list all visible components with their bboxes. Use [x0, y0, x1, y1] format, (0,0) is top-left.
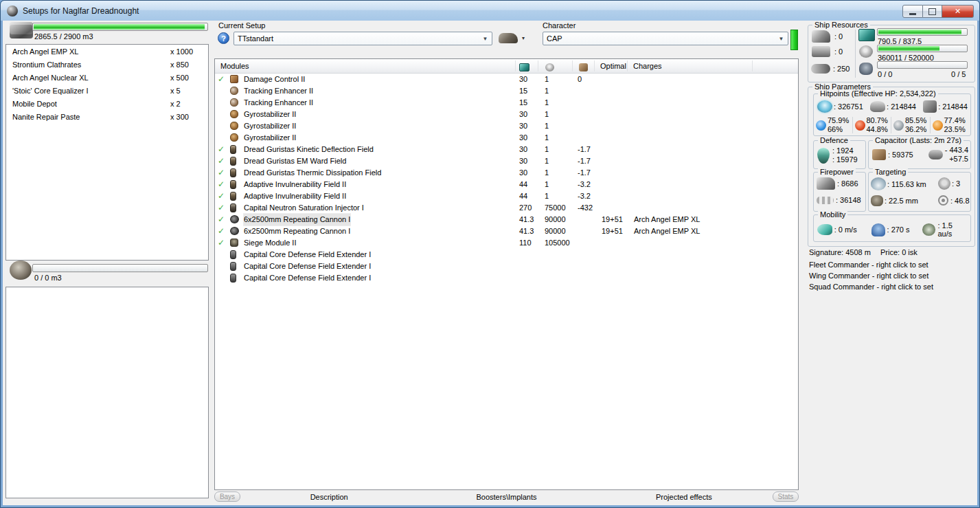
hull-hp-icon	[923, 100, 937, 113]
armor-resist-value: 36.2%	[905, 125, 926, 134]
shield-hp-value: : 326751	[834, 102, 863, 111]
targeting-title: Targeting	[873, 168, 908, 177]
module-row[interactable]: Gyrostabilizer II301	[215, 109, 798, 120]
firepower-group: Firepower : 8686 : 36148	[813, 172, 866, 212]
list-item[interactable]: Arch Angel Nuclear XLx 500	[6, 71, 208, 84]
setup-select[interactable]: TTstandart	[233, 32, 492, 45]
em-resist-icon	[816, 120, 826, 131]
powergrid-value: 90000	[545, 214, 566, 225]
cannon-icon	[230, 215, 239, 223]
character-select[interactable]: CAP	[543, 32, 788, 45]
current-setup-label: Current Setup	[218, 21, 265, 30]
shield-resist-value: 85.5%	[905, 116, 926, 125]
defence-title: Defence	[818, 136, 850, 145]
module-row[interactable]: ✓Dread Guristas Thermic Dissipation Fiel…	[215, 167, 798, 179]
cpu-value: 30	[519, 167, 527, 179]
bays-button[interactable]: Bays	[214, 492, 240, 502]
module-row[interactable]: ✓Damage Control II3010	[215, 74, 798, 85]
tab-projected-effects[interactable]: Projected effects	[595, 493, 773, 501]
cpu-value: 30	[519, 132, 527, 144]
tab-boosters-implants[interactable]: Boosters\Implants	[418, 493, 595, 501]
kinetic-resist-icon	[893, 120, 904, 131]
minimize-button[interactable]	[902, 5, 923, 18]
shield-resist-value: 75.9%	[828, 116, 849, 125]
module-row[interactable]: ✓Capital Neutron Saturation Injector I27…	[215, 202, 798, 214]
module-row[interactable]: Gyrostabilizer II301	[215, 120, 798, 132]
ship-browser-button[interactable]: ▾	[499, 33, 525, 43]
module-row[interactable]: ✓Adaptive Invulnerability Field II441-3.…	[215, 179, 798, 190]
sig-radius-icon	[871, 195, 883, 206]
cargo-item-list[interactable]: Arch Angel EMP XLx 1000Strontium Clathra…	[5, 44, 209, 261]
squad-commander-label[interactable]: Squad Commander - right click to set	[809, 283, 933, 291]
list-item[interactable]: Nanite Repair Pastex 300	[6, 110, 208, 123]
defence-group: Defence : 1924 : 15979	[813, 140, 866, 169]
stats-button[interactable]: Stats	[773, 492, 799, 502]
module-row[interactable]: Tracking Enhancer II151	[215, 85, 798, 97]
dps-icon	[817, 197, 834, 204]
targeting-range-value: : 115.63 km	[887, 180, 926, 188]
resist-group-explosive: 77.4%23.5%	[930, 117, 969, 133]
module-row[interactable]: Gyrostabilizer II301	[215, 132, 798, 144]
module-row[interactable]: ✓Dread Guristas Kinetic Deflection Field…	[215, 144, 798, 155]
module-row[interactable]: ✓6x2500mm Repeating Cannon I41.39000019+…	[215, 214, 798, 225]
module-row[interactable]: ✓Siege Module II110105000	[215, 237, 798, 249]
gyrostabilizer-icon	[230, 110, 238, 118]
resist-group-em: 75.9%66%	[816, 117, 852, 133]
module-row[interactable]: Capital Core Defense Field Extender I	[215, 272, 798, 284]
help-icon[interactable]	[218, 32, 229, 44]
close-button[interactable]	[942, 5, 974, 18]
drone-icon	[859, 63, 873, 75]
rig-icon	[230, 274, 236, 283]
cap-value: -3.2	[578, 179, 591, 190]
resist-group-kinetic: 85.5%36.2%	[891, 117, 930, 133]
mobility-group: Mobility : 0 m/s : 270 s : 1.5 au/s	[813, 214, 971, 242]
tab-description[interactable]: Description	[240, 493, 418, 501]
cpu-value: 30	[519, 120, 527, 132]
volley-icon	[817, 177, 835, 190]
module-name: Dread Guristas Kinetic Deflection Field	[244, 144, 374, 155]
shield-hardener-icon	[230, 145, 236, 154]
price-label: Price: 0 isk	[880, 248, 918, 256]
module-name: Gyrostabilizer II	[244, 120, 296, 132]
fleet-commander-label[interactable]: Fleet Commander - right click to set	[809, 261, 928, 269]
powergrid-icon	[859, 45, 873, 58]
list-item[interactable]: 'Stoic' Core Equalizer Ix 5	[6, 84, 208, 97]
module-row[interactable]: Tracking Enhancer II151	[215, 97, 798, 109]
cap-booster-icon	[928, 150, 943, 159]
align-time-icon	[871, 223, 885, 236]
active-check-icon: ✓	[218, 214, 225, 225]
shield-hardener-icon	[230, 168, 236, 177]
module-row[interactable]: Capital Core Defense Field Extender I	[215, 261, 798, 272]
module-row[interactable]: ✓Dread Guristas EM Ward Field301-1.7	[215, 155, 798, 167]
module-name: Tracking Enhancer II	[244, 97, 313, 109]
list-item[interactable]: Arch Angel EMP XLx 1000	[6, 45, 208, 58]
cargo-capacity-bar	[32, 23, 208, 31]
active-check-icon: ✓	[218, 202, 225, 214]
wing-commander-label[interactable]: Wing Commander - right click to set	[809, 272, 928, 280]
list-item[interactable]: Mobile Depotx 2	[6, 97, 208, 110]
capacitor-amount: : 59375	[888, 151, 913, 159]
window-title: Setups for Naglfar Dreadnought	[23, 6, 139, 16]
drone-bay-list[interactable]	[5, 287, 209, 498]
module-name: Gyrostabilizer II	[244, 109, 296, 120]
powergrid-value: 1	[545, 85, 549, 97]
defence-value-1: : 1924	[832, 146, 858, 155]
hitpoints-title: Hitpoints (Effective HP: 2,534,322)	[818, 89, 938, 98]
item-name: Arch Angel EMP XL	[12, 46, 170, 58]
cpu-value: 30	[519, 144, 527, 155]
shield-hardener-icon	[230, 180, 236, 189]
module-row[interactable]: ✓Adaptive Invulnerability Field II441-3.…	[215, 190, 798, 202]
cargo-capacity-label: 2865.5 / 2900 m3	[34, 32, 93, 41]
cpu-value: 30	[519, 109, 527, 120]
list-item[interactable]: Strontium Clathratesx 850	[6, 58, 208, 71]
module-row[interactable]: ✓6x2500mm Repeating Cannon I41.39000019+…	[215, 225, 798, 237]
shield-hardener-icon	[230, 157, 236, 166]
active-check-icon: ✓	[218, 190, 225, 202]
item-qty: x 1000	[170, 46, 203, 58]
active-check-icon: ✓	[218, 237, 225, 249]
cpu-value: 270	[519, 202, 532, 214]
module-name: Dread Guristas Thermic Dissipation Field	[244, 167, 381, 179]
module-row[interactable]: Capital Core Defense Field Extender I	[215, 249, 798, 261]
maximize-button[interactable]	[923, 5, 942, 18]
app-icon	[7, 5, 18, 16]
